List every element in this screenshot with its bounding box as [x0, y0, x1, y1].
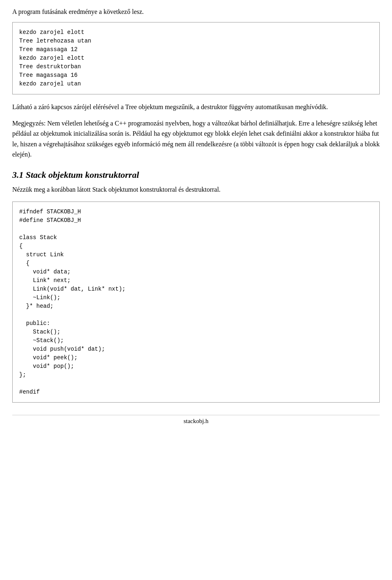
- code-block-stackobj: #ifndef STACKOBJ_H #define STACKOBJ_H cl…: [12, 202, 380, 403]
- section-intro-stack: Nézzük meg a korábban látott Stack objek…: [12, 184, 380, 195]
- paragraph-note: Megjegyzés: Nem véletlen lehetőség a C++…: [12, 118, 380, 160]
- section-heading-stack: 3.1 Stack objektum konstruktorral: [12, 170, 380, 180]
- footer-filename: stackobj.h: [183, 418, 208, 424]
- paragraph-destructor: Látható a záró kapcsos zárójel eléréséve…: [12, 102, 380, 112]
- page-footer: stackobj.h: [12, 415, 380, 425]
- intro-paragraph: A program futásának eredménye a következ…: [12, 8, 380, 16]
- code-block-output: kezdo zarojel elott Tree letrehozasa uta…: [12, 22, 380, 94]
